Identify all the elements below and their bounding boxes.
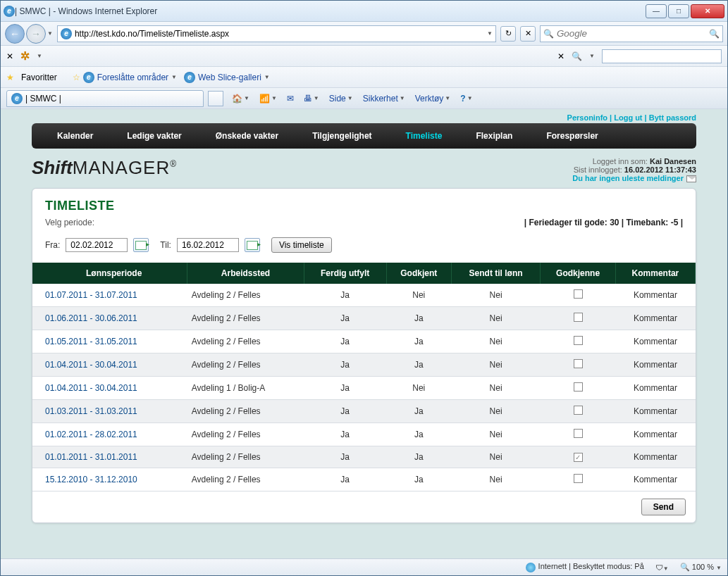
comment-link[interactable]: Kommentar	[634, 313, 677, 323]
forward-button[interactable]: →	[26, 24, 46, 44]
workplace-cell: Avdeling 2 / Felles	[187, 307, 304, 330]
nav-item-ledige-vakter[interactable]: Ledige vakter	[110, 131, 198, 141]
personinfo-link[interactable]: Personinfo	[567, 113, 607, 122]
comment-link[interactable]: Kommentar	[634, 383, 677, 393]
protected-mode-toggle[interactable]: 🛡▼	[655, 563, 669, 572]
from-calendar-icon[interactable]	[133, 238, 149, 252]
send-button[interactable]: Send	[641, 499, 686, 515]
search-bar[interactable]: 🔍 🔍	[540, 25, 723, 42]
status-cell: Ja	[386, 423, 451, 446]
approve-checkbox[interactable]	[574, 474, 583, 483]
search-go-icon[interactable]: 🔍	[709, 29, 720, 39]
home-button[interactable]: 🏠▼	[232, 94, 249, 104]
approve-checkbox[interactable]	[574, 406, 583, 415]
suggested-ie-icon: e	[83, 72, 94, 83]
approve-checkbox[interactable]	[574, 429, 583, 438]
workplace-cell: Avdeling 1 / Bolig-A	[187, 377, 304, 400]
maximize-button[interactable]: □	[668, 4, 689, 18]
mail-button[interactable]: ✉	[287, 94, 294, 104]
logo: ShiftMANAGER®	[32, 157, 176, 179]
toolbar-close-icon[interactable]: ✕	[6, 51, 13, 61]
nav-item-forespørsler[interactable]: Forespørsler	[529, 131, 615, 141]
approve-checkbox[interactable]	[574, 336, 583, 345]
approve-checkbox[interactable]	[574, 453, 583, 462]
globe-icon	[526, 563, 536, 572]
suggested-star-icon: ☆	[73, 73, 80, 82]
print-button[interactable]: 🖶▼	[304, 94, 319, 104]
comment-link[interactable]: Kommentar	[634, 337, 677, 346]
toolbar-search-dropdown[interactable]: ▼	[589, 53, 595, 59]
toolbar-extension-icon[interactable]: ✲	[20, 49, 30, 63]
close-button[interactable]: ✕	[691, 4, 724, 18]
logout-link[interactable]: Logg ut	[614, 113, 642, 122]
new-tab-button[interactable]	[208, 91, 223, 106]
page-tab[interactable]: e | SMWC |	[6, 90, 204, 107]
approve-checkbox[interactable]	[574, 289, 583, 299]
workplace-cell: Avdeling 2 / Felles	[187, 400, 304, 423]
comment-link[interactable]: Kommentar	[634, 475, 677, 484]
toolbar-extension-dropdown[interactable]: ▼	[37, 53, 42, 59]
comment-link[interactable]: Kommentar	[634, 430, 677, 439]
table-row: 01.04.2011 - 30.04.2011Avdeling 1 / Boli…	[32, 377, 696, 400]
nav-item-ønskede-vakter[interactable]: Ønskede vakter	[199, 131, 295, 141]
period-link[interactable]: 01.07.2011 - 31.07.2011	[45, 290, 137, 300]
to-date-input[interactable]	[177, 238, 239, 252]
table-row: 01.01.2011 - 31.01.2011Avdeling 2 / Fell…	[32, 446, 696, 468]
nav-history-dropdown[interactable]: ▼	[47, 30, 53, 37]
tab-favicon: e	[11, 93, 23, 104]
approve-checkbox[interactable]	[574, 313, 583, 322]
status-cell: Nei	[386, 284, 451, 307]
page-menu[interactable]: Side▼	[329, 94, 353, 104]
stop-button[interactable]: ✕	[520, 26, 536, 42]
to-calendar-icon[interactable]	[245, 238, 260, 252]
nav-item-timeliste[interactable]: Timeliste	[389, 131, 459, 141]
period-link[interactable]: 01.04.2011 - 30.04.2011	[45, 383, 137, 393]
address-bar[interactable]: e ▼	[57, 25, 496, 42]
column-header: Lønnsperiode	[32, 263, 187, 284]
from-date-input[interactable]	[66, 238, 128, 252]
favorites-label[interactable]: Favoritter	[21, 73, 57, 82]
period-link[interactable]: 01.02.2011 - 28.02.2011	[45, 430, 137, 439]
favorites-star-icon[interactable]: ★	[6, 73, 14, 82]
change-password-link[interactable]: Bytt passord	[649, 113, 696, 122]
tab-title: | SMWC |	[25, 94, 61, 104]
feeds-button[interactable]: 📶▼	[259, 94, 277, 104]
nav-item-kalender[interactable]: Kalender	[40, 131, 110, 141]
toolbar-close-right-icon[interactable]: ✕	[557, 51, 564, 61]
back-button[interactable]: ←	[5, 24, 25, 44]
show-timeliste-button[interactable]: Vis timeliste	[271, 237, 332, 253]
url-dropdown[interactable]: ▼	[487, 30, 493, 37]
status-cell: Ja	[386, 468, 451, 492]
search-input[interactable]	[557, 28, 706, 39]
comment-link[interactable]: Kommentar	[634, 406, 677, 416]
period-link[interactable]: 15.12.2010 - 31.12.2010	[45, 475, 137, 484]
toolbar-search-field[interactable]	[602, 49, 722, 63]
period-link[interactable]: 01.06.2011 - 30.06.2011	[45, 313, 137, 323]
refresh-button[interactable]: ↻	[500, 26, 516, 42]
login-info: Logget inn som: Kai Danesen Sist innlogg…	[572, 157, 696, 182]
help-button[interactable]: ?▼	[460, 94, 472, 104]
nav-item-tilgjengelighet[interactable]: Tilgjengelighet	[295, 131, 388, 141]
approve-checkbox[interactable]	[574, 382, 583, 392]
url-input[interactable]	[75, 29, 484, 39]
suggested-sites-link[interactable]: Foreslåtte områder ▼	[97, 73, 177, 82]
period-link[interactable]: 01.01.2011 - 31.01.2011	[45, 452, 137, 462]
unread-messages-link[interactable]: Du har ingen uleste meldinger	[572, 174, 684, 182]
webslice-link[interactable]: e Web Slice-galleri ▼	[184, 72, 270, 83]
nav-item-flexiplan[interactable]: Flexiplan	[459, 131, 529, 141]
period-link[interactable]: 01.03.2011 - 31.03.2011	[45, 406, 137, 416]
search-provider-icon[interactable]: 🔍	[543, 29, 554, 39]
zoom-control[interactable]: 🔍 100 % ▼	[680, 563, 722, 572]
period-link[interactable]: 01.05.2011 - 31.05.2011	[45, 337, 137, 346]
comment-link[interactable]: Kommentar	[634, 452, 677, 462]
period-link[interactable]: 01.04.2011 - 30.04.2011	[45, 360, 137, 370]
safety-menu[interactable]: Sikkerhet▼	[363, 94, 405, 104]
comment-link[interactable]: Kommentar	[634, 290, 677, 300]
comment-link[interactable]: Kommentar	[634, 360, 677, 370]
minimize-button[interactable]: —	[646, 4, 667, 18]
table-row: 01.06.2011 - 30.06.2011Avdeling 2 / Fell…	[32, 307, 696, 330]
tools-menu[interactable]: Verktøy▼	[415, 94, 451, 104]
approve-checkbox[interactable]	[574, 359, 583, 368]
toolbar-search-icon[interactable]: 🔍	[572, 51, 582, 61]
status-cell: Nei	[451, 284, 540, 307]
